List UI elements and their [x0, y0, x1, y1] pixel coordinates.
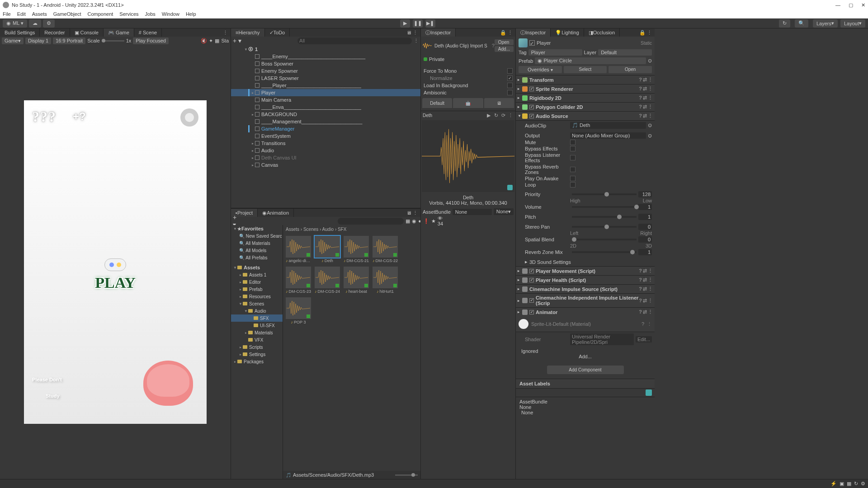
status-icon4[interactable]: ↻ [854, 481, 858, 487]
hierarchy-item[interactable]: ▸Deth Canvas UI [231, 154, 420, 161]
maximize-button[interactable]: ▢ [849, 2, 853, 8]
tab-scene[interactable]: # Scene [134, 28, 162, 37]
volume-value[interactable]: 1 [638, 204, 652, 210]
static-label[interactable]: Static [641, 41, 652, 46]
scale-slider[interactable] [102, 40, 124, 42]
hierarchy-item[interactable]: ▸BACKGROUND [231, 111, 420, 118]
menu-services[interactable]: Services [119, 11, 138, 17]
component-header[interactable]: ▸Rigidbody 2D? ⇄ ⋮ [516, 94, 655, 102]
hierarchy-menu-icon[interactable]: 🖥 ⋮ [404, 30, 420, 36]
cloud-button[interactable]: ☁ [29, 19, 41, 28]
tab-inspector2[interactable]: ⓘ Inspector [516, 28, 551, 37]
spatial-slider[interactable] [572, 239, 637, 240]
component-header[interactable]: ▸Animator? ⇄ ⋮ [516, 308, 655, 316]
project-folder[interactable]: ▸Prefab [231, 286, 283, 293]
platform-default[interactable]: Default [422, 98, 452, 108]
mute-icon[interactable]: 🔇 [201, 38, 207, 44]
asset-item[interactable]: ♪DM-CGS-22 [373, 236, 398, 263]
layout-dropdown[interactable]: Layout ▾ [840, 19, 865, 28]
audioclip-picker[interactable]: ⊙ [648, 122, 652, 128]
play-button[interactable]: ▶ [400, 19, 410, 28]
component-header[interactable]: ▸Cinemachine Impulse Source (Script)? ⇄ … [516, 285, 655, 293]
grid-size-slider[interactable] [395, 474, 418, 476]
tab-recorder[interactable]: Recorder [40, 28, 70, 37]
object-name[interactable] [537, 40, 639, 46]
component-header[interactable]: ▼Audio Source? ⇄ ⋮ [516, 112, 655, 120]
game-mode-drop[interactable]: Game ▾ [2, 38, 24, 44]
hierarchy-item[interactable]: ▸Player [231, 89, 420, 96]
insp-ab-variant[interactable]: None [521, 410, 651, 415]
playawake-check[interactable] [570, 176, 576, 181]
component-enable[interactable] [529, 105, 534, 109]
hierarchy-search[interactable] [297, 38, 412, 44]
proj-icon2[interactable]: ◉ [412, 218, 416, 224]
output-picker[interactable]: ⊙ [648, 133, 652, 139]
stereo-value[interactable]: 0 [638, 224, 652, 230]
output-field[interactable]: None (Audio Mixer Group) [570, 132, 646, 139]
shader-dropdown[interactable]: Universal Render Pipeline/2D/Spri [570, 333, 634, 345]
reverb-value[interactable]: 1 [638, 249, 652, 255]
scene-root[interactable]: ▼ ⦿ 1 [231, 46, 420, 53]
priority-slider[interactable] [572, 193, 637, 195]
open-button[interactable]: Open [495, 39, 514, 45]
tab-game[interactable]: 🎮 Game [104, 28, 134, 37]
component-enable[interactable] [529, 87, 534, 91]
volume-slider[interactable] [572, 206, 637, 208]
open-prefab-button[interactable]: Open [609, 66, 652, 73]
add-button[interactable]: Add... [495, 46, 514, 52]
asset-item[interactable]: ♪DM-CGS-21 [344, 236, 369, 263]
project-folder[interactable]: ▸Assets 1 [231, 271, 283, 278]
mute-check[interactable] [570, 140, 576, 145]
preview-loop[interactable]: ↻ [493, 112, 499, 118]
menu-help[interactable]: Help [186, 11, 196, 17]
spatial-value[interactable]: 0 [638, 236, 652, 243]
preview-menu[interactable]: ⋮ [507, 112, 514, 118]
fav-item[interactable]: 🔍 All Models [231, 247, 283, 254]
project-folder[interactable]: SFX [231, 314, 283, 322]
component-header[interactable]: ▸Transform? ⇄ ⋮ [516, 75, 655, 84]
account-dropdown[interactable]: ◉ ML ▾ [3, 19, 27, 28]
force-mono-check[interactable] [507, 68, 513, 74]
preview-tag-icon[interactable] [507, 185, 513, 190]
project-menu-icon[interactable]: 🖥 ⋮ [404, 210, 420, 216]
status-icon5[interactable]: ⚙ [861, 481, 865, 487]
component-enable[interactable] [529, 269, 534, 273]
menu-edit[interactable]: Edit [17, 11, 26, 17]
hierarchy-item[interactable]: Main Camera [231, 96, 420, 103]
pitch-slider[interactable] [572, 216, 637, 218]
asset-item[interactable]: ♪DM-CGS-24 [315, 267, 340, 294]
tab-console[interactable]: ▣ Console [70, 28, 104, 37]
tab-inspector1[interactable]: ⓘ Inspector [421, 28, 456, 37]
history-button[interactable]: ↻ [779, 19, 790, 28]
hierarchy-item[interactable]: GameManager [231, 125, 420, 132]
tab-occlusion[interactable]: ◨ Occlusion [584, 28, 620, 37]
asset-item[interactable]: ♪heart-beat [344, 267, 369, 294]
prefab-field[interactable]: ◉ Player Circle [535, 57, 646, 64]
settings-button[interactable]: ⚙ [43, 19, 55, 28]
inspector2-menu[interactable]: 🔒 ⋮ [637, 30, 655, 36]
assets-header[interactable]: ▼Assets [231, 264, 283, 271]
status-icon3[interactable]: ▦ [847, 481, 851, 487]
component-header[interactable]: ▸Player Health (Script)? ⇄ ⋮ [516, 276, 655, 284]
overrides-dropdown[interactable]: Overrides ▾ [519, 66, 562, 73]
tab-animation[interactable]: ◉ Animation [258, 209, 294, 217]
tab-menu-icon[interactable]: ⋮ [220, 30, 231, 36]
menu-assets[interactable]: Assets [32, 11, 47, 17]
layers-dropdown[interactable]: Layers ▾ [813, 19, 838, 28]
gizmos-icon[interactable]: ▦ [215, 38, 219, 44]
asset-item[interactable]: ♪POP 3 [286, 297, 311, 324]
hierarchy-item[interactable]: ▸Transitions [231, 140, 420, 147]
layer-dropdown[interactable]: Default [598, 49, 652, 56]
hierarchy-item[interactable]: Enemy Spowner [231, 67, 420, 75]
select-button[interactable]: Select [564, 66, 607, 73]
reverb-slider[interactable] [572, 251, 637, 253]
asset-item[interactable]: ♪DM-CGS-23 [286, 267, 311, 294]
3d-settings[interactable]: 3D Sound Settings [529, 259, 571, 265]
asset-item[interactable]: ♪angelic-dis... [286, 236, 311, 263]
aspect-drop[interactable]: 16:9 Portrait [53, 38, 85, 44]
active-checkbox[interactable]: ✓ [529, 40, 535, 46]
stereo-slider[interactable] [572, 226, 637, 228]
project-folder[interactable]: ▸Packages [231, 358, 283, 365]
pitch-value[interactable]: 1 [638, 214, 652, 220]
status-icon1[interactable]: ⚡ [830, 481, 837, 487]
